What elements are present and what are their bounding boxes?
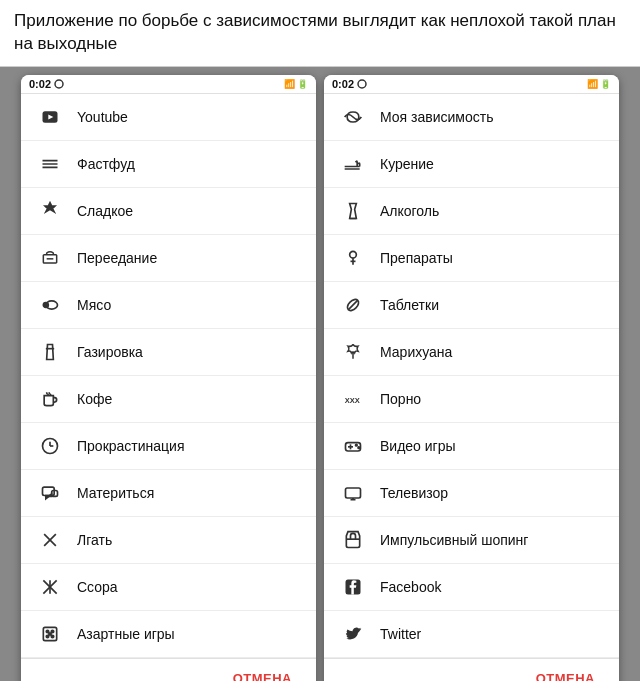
youtube-icon [37, 104, 63, 130]
cancel-button-right[interactable]: ОТМЕНА [528, 667, 603, 681]
marijuana-icon [340, 339, 366, 365]
smoking-label: Курение [380, 156, 434, 172]
alcohol-label: Алкоголь [380, 203, 439, 219]
list-item-sweet[interactable]: Сладкое [21, 188, 316, 235]
svg-rect-45 [346, 488, 361, 498]
porn-icon: XXX [340, 386, 366, 412]
list-item-twitter[interactable]: Twitter [324, 611, 619, 658]
svg-point-26 [46, 635, 49, 638]
list-item-alcohol[interactable]: Алкоголь [324, 188, 619, 235]
video-games-label: Видео игры [380, 438, 456, 454]
swear-label: Материться [77, 485, 154, 501]
headline: Приложение по борьбе с зависимостями выг… [0, 0, 640, 67]
smoking-icon [340, 151, 366, 177]
list-item-swear[interactable]: Материться [21, 470, 316, 517]
svg-point-33 [350, 251, 357, 258]
soda-label: Газировка [77, 344, 143, 360]
list-item-gambling[interactable]: Азартные игры [21, 611, 316, 658]
list-item-marijuana[interactable]: Марихуана [324, 329, 619, 376]
list-item-fastfood[interactable]: Фастфуд [21, 141, 316, 188]
drugs-icon [340, 245, 366, 271]
right-list: Моя зависимостьКурениеАлкогольПрепаратыТ… [324, 94, 619, 658]
svg-point-24 [46, 630, 49, 633]
list-item-tv[interactable]: Телевизор [324, 470, 619, 517]
list-item-porn[interactable]: XXXПорно [324, 376, 619, 423]
status-icons-right: 📶 🔋 [587, 79, 611, 89]
swear-icon [37, 480, 63, 506]
phone-right-footer: ОТМЕНА [324, 658, 619, 681]
soda-icon [37, 339, 63, 365]
drugs-label: Препараты [380, 250, 453, 266]
status-icons-left: 📶 🔋 [284, 79, 308, 89]
meat-icon [37, 292, 63, 318]
pills-label: Таблетки [380, 297, 439, 313]
facebook-label: Facebook [380, 579, 441, 595]
procrastination-label: Прокрастинация [77, 438, 185, 454]
procrastination-icon [37, 433, 63, 459]
svg-text:XXX: XXX [345, 396, 360, 405]
svg-marker-17 [48, 494, 51, 497]
gambling-label: Азартные игры [77, 626, 175, 642]
overeating-label: Переедание [77, 250, 157, 266]
list-item-lie[interactable]: Лгать [21, 517, 316, 564]
overeating-icon [37, 245, 63, 271]
svg-point-44 [358, 447, 360, 449]
lie-label: Лгать [77, 532, 112, 548]
svg-point-9 [43, 302, 48, 307]
list-item-meat[interactable]: Мясо [21, 282, 316, 329]
list-item-drugs[interactable]: Препараты [324, 235, 619, 282]
shopping-icon [340, 527, 366, 553]
svg-point-27 [51, 635, 54, 638]
coffee-label: Кофе [77, 391, 112, 407]
phone-left-footer: ОТМЕНА [21, 658, 316, 681]
marijuana-label: Марихуана [380, 344, 452, 360]
list-item-overeating[interactable]: Переедание [21, 235, 316, 282]
tv-label: Телевизор [380, 485, 448, 501]
list-item-shopping[interactable]: Импульсивный шопинг [324, 517, 619, 564]
svg-point-28 [49, 633, 52, 636]
list-item-pills[interactable]: Таблетки [324, 282, 619, 329]
quarrel-icon [37, 574, 63, 600]
youtube-label: Youtube [77, 109, 128, 125]
facebook-icon [340, 574, 366, 600]
porn-label: Порно [380, 391, 421, 407]
sweet-icon [37, 198, 63, 224]
list-item-coffee[interactable]: Кофе [21, 376, 316, 423]
svg-point-29 [358, 80, 366, 88]
list-item-procrastination[interactable]: Прокрастинация [21, 423, 316, 470]
left-list: YoutubeФастфудСладкоеПерееданиеМясоГазир… [21, 94, 316, 658]
signal-icon-right [357, 79, 367, 89]
twitter-icon [340, 621, 366, 647]
list-item-my-addiction[interactable]: Моя зависимость [324, 94, 619, 141]
twitter-label: Twitter [380, 626, 421, 642]
status-time-left: 0:02 [29, 78, 51, 90]
tv-icon [340, 480, 366, 506]
list-item-facebook[interactable]: Facebook [324, 564, 619, 611]
lie-icon [37, 527, 63, 553]
list-item-soda[interactable]: Газировка [21, 329, 316, 376]
coffee-icon [37, 386, 63, 412]
list-item-youtube[interactable]: Youtube [21, 94, 316, 141]
my-addiction-label: Моя зависимость [380, 109, 493, 125]
svg-point-43 [356, 444, 358, 446]
phone-right: 0:02 📶 🔋 Моя зависимостьКурениеАлкогольП… [324, 75, 619, 681]
phones-area: 0:02 📶 🔋 YoutubeФастфудСладкоеПереедание… [0, 67, 640, 681]
cancel-button-left[interactable]: ОТМЕНА [225, 667, 300, 681]
quarrel-label: Ссора [77, 579, 118, 595]
fastfood-label: Фастфуд [77, 156, 135, 172]
status-time-right: 0:02 [332, 78, 354, 90]
signal-icon-left [54, 79, 64, 89]
fastfood-icon [37, 151, 63, 177]
phone-left: 0:02 📶 🔋 YoutubeФастфудСладкоеПереедание… [21, 75, 316, 681]
gambling-icon [37, 621, 63, 647]
shopping-label: Импульсивный шопинг [380, 532, 528, 548]
alcohol-icon [340, 198, 366, 224]
list-item-smoking[interactable]: Курение [324, 141, 619, 188]
meat-label: Мясо [77, 297, 111, 313]
svg-point-25 [51, 630, 54, 633]
status-bar-left: 0:02 📶 🔋 [21, 75, 316, 94]
list-item-quarrel[interactable]: Ссора [21, 564, 316, 611]
status-bar-right: 0:02 📶 🔋 [324, 75, 619, 94]
list-item-video-games[interactable]: Видео игры [324, 423, 619, 470]
my-addiction-icon [340, 104, 366, 130]
